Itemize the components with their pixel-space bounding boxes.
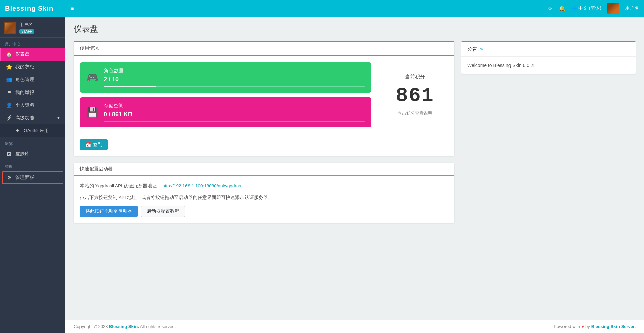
sidebar: 用户名 STAFF 用户中心 🏠 仪表盘 ⭐ 我的衣柜 👥 角色管理 ⚑ 我的举… bbox=[0, 17, 65, 333]
content-wrapper: 仪表盘 使用情况 🎮 角色数量 bbox=[65, 17, 644, 333]
notice-header: 公告 ✎ bbox=[461, 42, 636, 57]
nav-username[interactable]: 用户名 bbox=[625, 5, 639, 11]
character-card-content: 角色数量 2 / 10 bbox=[104, 68, 365, 87]
heart-icon: ♥ bbox=[581, 324, 584, 329]
sidebar-item-oauth2[interactable]: ✦ OAuth2 应用 bbox=[0, 124, 65, 137]
profile-icon: 👤 bbox=[6, 102, 12, 108]
storage-value: 0 / 861 KB bbox=[104, 111, 365, 118]
character-icon: 👥 bbox=[6, 77, 12, 83]
dashboard-right: 公告 ✎ Welcome to Blessing Skin 6.0.2! bbox=[461, 41, 636, 74]
api-url[interactable]: http://192.168.1.100:18080/api/yggdrasil bbox=[162, 183, 243, 188]
advanced-icon: ⚡ bbox=[6, 115, 12, 121]
avatar-image bbox=[607, 3, 619, 14]
characters-icon: 🎮 bbox=[87, 72, 98, 83]
sidebar-submenu: ✦ OAuth2 应用 bbox=[0, 124, 65, 137]
character-label: 角色数量 bbox=[104, 68, 365, 74]
tutorial-label: 启动器配置教程 bbox=[147, 208, 179, 214]
section-label-user-center: 用户中心 bbox=[0, 38, 65, 48]
language-selector[interactable]: 🌐 中文 (简体) bbox=[571, 5, 601, 11]
bell-icon[interactable]: 🔔 bbox=[558, 5, 565, 12]
notice-title: 公告 bbox=[467, 46, 477, 52]
score-value: 861 bbox=[381, 84, 448, 107]
launcher-buttons: 将此按钮拖动至启动器 启动器配置教程 bbox=[80, 206, 448, 217]
sidebar-item-label: OAuth2 应用 bbox=[24, 128, 49, 134]
sidebar-item-label: 角色管理 bbox=[15, 77, 34, 83]
navbar-brand: Blessing Skin bbox=[5, 5, 70, 12]
sidebar-user-info: 用户名 STAFF bbox=[19, 22, 34, 34]
sidebar-item-label: 管理面板 bbox=[15, 175, 34, 181]
footer-server-link[interactable]: Blessing Skin Server. bbox=[591, 324, 636, 329]
chevron-down-icon: ▼ bbox=[57, 116, 60, 120]
footer-by: by bbox=[585, 324, 590, 329]
reports-icon: ⚑ bbox=[6, 90, 12, 96]
footer-right: Powered with ♥ by Blessing Skin Server. bbox=[554, 324, 636, 329]
sidebar-user: 用户名 STAFF bbox=[0, 17, 65, 38]
flag-icon: 🌐 bbox=[571, 6, 577, 11]
admin-icon: ⚙ bbox=[6, 175, 12, 181]
navbar-right: 🔔 🌐 中文 (简体) 用户名 bbox=[548, 3, 639, 14]
score-link[interactable]: 点击积分查看说明 bbox=[381, 110, 448, 116]
character-bar bbox=[104, 86, 365, 87]
drag-label: 将此按钮拖动至启动器 bbox=[85, 208, 132, 214]
checkin-button[interactable]: 📅 签到 bbox=[80, 139, 108, 150]
section-label-browse: 浏览 bbox=[0, 137, 65, 148]
storage-bar bbox=[104, 121, 365, 122]
character-bar-fill bbox=[104, 86, 156, 87]
sidebar-item-label: 高级功能 bbox=[15, 115, 34, 121]
stat-card-characters: 🎮 角色数量 2 / 10 bbox=[80, 62, 371, 93]
launcher-body: 本站的 Yggdrasil API 认证服务器地址： http://192.16… bbox=[74, 176, 454, 223]
main-wrapper: 用户名 STAFF 用户中心 🏠 仪表盘 ⭐ 我的衣柜 👥 角色管理 ⚑ 我的举… bbox=[0, 17, 644, 333]
notice-body: Welcome to Blessing Skin 6.0.2! bbox=[461, 57, 636, 74]
sidebar-item-label: 皮肤库 bbox=[15, 151, 30, 157]
staff-badge: STAFF bbox=[19, 29, 34, 34]
launcher-drag-button[interactable]: 将此按钮拖动至启动器 bbox=[80, 206, 138, 217]
usage-body: 🎮 角色数量 2 / 10 bbox=[74, 56, 454, 134]
stat-cards: 🎮 角色数量 2 / 10 bbox=[80, 62, 371, 127]
avatar-pixel bbox=[5, 23, 15, 33]
sidebar-item-admin[interactable]: ⚙ 管理面板 bbox=[2, 171, 63, 184]
footer-brand-link[interactable]: Blessing Skin. bbox=[109, 324, 139, 329]
launcher-tutorial-button[interactable]: 启动器配置教程 bbox=[141, 206, 185, 217]
launcher-header: 快速配置启动器 bbox=[74, 163, 454, 176]
language-label: 中文 (简体) bbox=[578, 5, 601, 11]
sidebar-item-dashboard[interactable]: 🏠 仪表盘 bbox=[0, 48, 65, 61]
main-content: 仪表盘 使用情况 🎮 角色数量 bbox=[65, 17, 644, 320]
navbar: Blessing Skin ≡ 🔔 🌐 中文 (简体) 用户名 bbox=[0, 0, 644, 17]
usage-card: 使用情况 🎮 角色数量 2 / 10 bbox=[74, 41, 454, 156]
edit-notice-icon[interactable]: ✎ bbox=[480, 47, 484, 52]
sidebar-item-label: 我的衣柜 bbox=[15, 64, 34, 70]
dashboard-grid: 使用情况 🎮 角色数量 2 / 10 bbox=[74, 41, 636, 223]
sidebar-item-character[interactable]: 👥 角色管理 bbox=[0, 73, 65, 86]
powered-with-text: Powered with bbox=[554, 324, 580, 329]
skinlib-icon: 🖼 bbox=[6, 151, 12, 157]
menu-toggle-icon[interactable]: ≡ bbox=[70, 5, 74, 12]
checkin-label: 签到 bbox=[93, 142, 102, 148]
notice-card: 公告 ✎ Welcome to Blessing Skin 6.0.2! bbox=[461, 41, 636, 74]
usage-header: 使用情况 bbox=[74, 42, 454, 56]
score-section: 当前积分 861 点击积分查看说明 bbox=[381, 74, 448, 116]
avatar[interactable] bbox=[607, 3, 619, 14]
storage-label: 存储空间 bbox=[104, 103, 365, 109]
settings-icon[interactable] bbox=[548, 5, 552, 12]
score-label: 当前积分 bbox=[381, 74, 448, 80]
sidebar-item-advanced[interactable]: ⚡ 高级功能 ▼ bbox=[0, 112, 65, 124]
sidebar-item-label: 仪表盘 bbox=[15, 51, 30, 57]
closet-icon: ⭐ bbox=[6, 64, 12, 70]
checkin-area: 📅 签到 bbox=[74, 134, 454, 156]
launcher-desc1: 本站的 Yggdrasil API 认证服务器地址： http://192.16… bbox=[80, 182, 448, 190]
launcher-desc2: 点击下方按钮复制 API 地址，或者将按钮拖动至启动器的任意界面即可快速添加认证… bbox=[80, 194, 448, 201]
sidebar-item-reports[interactable]: ⚑ 我的举报 bbox=[0, 86, 65, 99]
storage-icon: 💾 bbox=[87, 107, 98, 118]
sidebar-item-label: 我的举报 bbox=[15, 90, 34, 96]
character-value: 2 / 10 bbox=[104, 76, 365, 83]
sidebar-item-closet[interactable]: ⭐ 我的衣柜 bbox=[0, 61, 65, 73]
sidebar-avatar bbox=[4, 22, 16, 34]
page-title: 仪表盘 bbox=[74, 23, 636, 34]
dashboard-icon: 🏠 bbox=[6, 51, 12, 57]
launcher-card: 快速配置启动器 本站的 Yggdrasil API 认证服务器地址： http:… bbox=[74, 163, 454, 223]
stat-card-storage: 💾 存储空间 0 / 861 KB bbox=[80, 97, 371, 127]
footer-copyright: Copyright © 2023 Blessing Skin. All righ… bbox=[74, 324, 176, 329]
sidebar-item-skinlib[interactable]: 🖼 皮肤库 bbox=[0, 148, 65, 160]
section-label-admin: 管理 bbox=[0, 160, 65, 171]
sidebar-item-profile[interactable]: 👤 个人资料 bbox=[0, 99, 65, 112]
